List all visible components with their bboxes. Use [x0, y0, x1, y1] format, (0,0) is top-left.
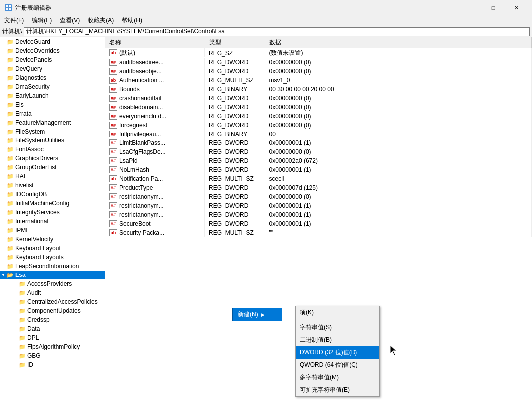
sidebar-item-graphicsdrivers[interactable]: 📁 GraphicsDrivers [0, 154, 105, 163]
new-button[interactable]: 新建(N) ▶ [232, 308, 282, 321]
cell-type: REG_DWORD [205, 67, 265, 76]
table-row[interactable]: ##fullprivilegeau...REG_BINARY00 [105, 130, 532, 138]
sidebar-item-devicepanels[interactable]: 📁 DevicePanels [0, 55, 105, 64]
sidebar-item-lsa[interactable]: ▼ 📂 Lsa [0, 271, 105, 279]
table-row[interactable]: abSecurity Packa...REG_MULTI_SZ"" [105, 228, 532, 237]
cell-type: REG_DWORD [205, 219, 265, 228]
submenu-item-binary[interactable]: 二进制值(B) [296, 334, 379, 346]
sidebar-item-fipsalgorithmpolicy[interactable]: 📁 FipsAlgorithmPolicy [0, 342, 105, 351]
sidebar-item-featuremanagement[interactable]: 📁 FeatureManagement [0, 118, 105, 127]
sidebar-label: GBG [27, 352, 41, 359]
table-row[interactable]: ##LsaCfgFlagsDe...REG_DWORD0x00000000 (0… [105, 147, 532, 156]
sidebar-label: DmaSecurity [15, 83, 50, 90]
table-row[interactable]: abAuthentication ...REG_MULTI_SZmsv1_0 [105, 76, 532, 85]
sidebar-item-fontassoc[interactable]: 📁 FontAssoc [0, 145, 105, 154]
menu-help[interactable]: 帮助(H) [118, 15, 146, 26]
sidebar-item-deviceguard[interactable]: 📁 DeviceGuard [0, 37, 105, 46]
minimize-button[interactable]: ─ [459, 0, 482, 15]
submenu-item-qword[interactable]: QWORD (64 位)值(Q) [296, 359, 379, 371]
cell-name: ##LsaPid [105, 156, 205, 165]
sidebar-item-keyboard-layout[interactable]: 📁 Keyboard Layout [0, 244, 105, 253]
submenu-item-dword[interactable]: DWORD (32 位)值(D) [296, 346, 379, 359]
cell-type: REG_DWORD [205, 192, 265, 201]
table-row[interactable]: ##restrictanonym...REG_DWORD0x00000001 (… [105, 210, 532, 219]
sidebar-item-centralizedaccesspolicies[interactable]: 📁 CentralizedAccessPolicies [0, 297, 105, 306]
table-row[interactable]: ##NoLmHashREG_DWORD0x00000001 (1) [105, 165, 532, 174]
table-row[interactable]: ab(默认)REG_SZ(数值未设置) [105, 48, 532, 58]
submenu-item-key[interactable]: 项(K) [296, 306, 379, 319]
expand-icon[interactable]: ▼ [0, 272, 6, 278]
table-row[interactable]: ##auditbasediree...REG_DWORD0x00000000 (… [105, 58, 532, 67]
menu-view[interactable]: 查看(V) [56, 15, 84, 26]
cell-type: REG_DWORD [205, 103, 265, 112]
sidebar-item-initialmachineconfig[interactable]: 📁 InitialMachineConfig [0, 199, 105, 208]
sidebar-item-accessproviders[interactable]: 📁 AccessProviders [0, 279, 105, 288]
sidebar-item-data[interactable]: 📁 Data [0, 324, 105, 333]
cell-name: ##restrictanonym... [105, 201, 205, 210]
sidebar-item-earlylaunch[interactable]: 📁 EarlyLaunch [0, 91, 105, 100]
sidebar-item-dmasecurity[interactable]: 📁 DmaSecurity [0, 82, 105, 91]
name-text: disabledomain... [119, 104, 163, 111]
table-row[interactable]: ##restrictanonym...REG_DWORD0x00000000 (… [105, 192, 532, 201]
name-text: restrictanonym... [119, 193, 164, 200]
window-controls: ─ □ ✕ [459, 0, 528, 15]
table-row[interactable]: ##forceguestREG_DWORD0x00000000 (0) [105, 121, 532, 130]
folder-icon: 📁 [6, 172, 14, 180]
sidebar-item-hal[interactable]: 📁 HAL [0, 172, 105, 181]
sidebar-item-devquery[interactable]: 📁 DevQuery [0, 64, 105, 73]
sidebar-item-els[interactable]: 📁 Els [0, 100, 105, 109]
sidebar-item-filesystem[interactable]: 📁 FileSystem [0, 127, 105, 136]
sidebar-item-leapsecondinformation[interactable]: 📁 LeapSecondInformation [0, 262, 105, 271]
table-row[interactable]: ##BoundsREG_BINARY00 30 00 00 00 20 00 0… [105, 85, 532, 94]
sidebar-item-diagnostics[interactable]: 📁 Diagnostics [0, 73, 105, 82]
sidebar-item-idconfigdb[interactable]: 📁 IDConfigDB [0, 190, 105, 199]
table-row[interactable]: ##restrictanonym...REG_DWORD0x00000001 (… [105, 201, 532, 210]
table-row[interactable]: ##auditbaseobje...REG_DWORD0x00000000 (0… [105, 67, 532, 76]
sidebar-item-keyboard-layouts[interactable]: 📁 Keyboard Layouts [0, 253, 105, 262]
menu-file[interactable]: 文件(F) [0, 15, 28, 26]
table-row[interactable]: ##SecureBootREG_DWORD0x00000001 (1) [105, 219, 532, 228]
sidebar-item-errata[interactable]: 📁 Errata [0, 109, 105, 118]
folder-icon: 📁 [18, 325, 26, 333]
close-button[interactable]: ✕ [505, 0, 528, 15]
table-row[interactable]: ##LimitBlankPass...REG_DWORD0x00000001 (… [105, 138, 532, 147]
sidebar-item-credssp[interactable]: 📁 Credssp [0, 315, 105, 324]
expand-icon [0, 173, 6, 179]
sidebar-label: International [15, 218, 48, 225]
table-row[interactable]: ##crashonauditfailREG_DWORD0x00000000 (0… [105, 94, 532, 103]
submenu-item-string[interactable]: 字符串值(S) [296, 321, 379, 334]
maximize-button[interactable]: □ [482, 0, 505, 15]
cell-name: ##SecureBoot [105, 219, 205, 228]
sidebar-item-kernelvelocity[interactable]: 📁 KernelVelocity [0, 235, 105, 244]
address-value[interactable]: 计算机\HKEY_LOCAL_MACHINE\SYSTEM\CurrentCon… [24, 27, 530, 36]
address-bar: 计算机\ 计算机\HKEY_LOCAL_MACHINE\SYSTEM\Curre… [0, 26, 532, 37]
folder-icon: 📁 [18, 298, 26, 306]
submenu-item-multistring[interactable]: 多字符串值(M) [296, 371, 379, 384]
sidebar-item-dpl[interactable]: 📁 DPL [0, 333, 105, 342]
table-row[interactable]: ##ProductTypeREG_DWORD0x0000007d (125) [105, 183, 532, 192]
sidebar-item-audit[interactable]: 📁 Audit [0, 288, 105, 297]
name-text: LsaPid [119, 157, 138, 164]
cell-type: REG_DWORD [205, 112, 265, 121]
name-text: SecureBoot [119, 220, 151, 227]
sidebar-item-gbg[interactable]: 📁 GBG [0, 351, 105, 360]
menu-favorites[interactable]: 收藏夹(A) [84, 15, 118, 26]
cell-data: 0x0000007d (125) [265, 183, 532, 192]
sidebar-item-hivelist[interactable]: 📁 hivelist [0, 181, 105, 190]
expand-icon [0, 182, 6, 188]
submenu-item-expandstring[interactable]: 可扩充字符串值(E) [296, 384, 379, 396]
table-row[interactable]: ##disabledomain...REG_DWORD0x00000000 (0… [105, 103, 532, 112]
table-row[interactable]: abNotification Pa...REG_MULTI_SZscecli [105, 174, 532, 183]
cell-data: 0x00000001 (1) [265, 138, 532, 147]
table-row[interactable]: ##LsaPidREG_DWORD0x000002a0 (672) [105, 156, 532, 165]
sidebar-item-id[interactable]: 📁 ID [0, 360, 105, 369]
sidebar-item-ipmi[interactable]: 📁 IPMI [0, 226, 105, 235]
sidebar-item-grouporderlist[interactable]: 📁 GroupOrderList [0, 163, 105, 172]
table-row[interactable]: ##everyoneinclu d...REG_DWORD0x00000000 … [105, 112, 532, 121]
menu-edit[interactable]: 编辑(E) [28, 15, 56, 26]
sidebar-item-filesystemutilities[interactable]: 📁 FileSystemUtilities [0, 136, 105, 145]
sidebar-item-international[interactable]: 📁 International [0, 217, 105, 226]
sidebar-item-deviceoverrides[interactable]: 📁 DeviceOverrides [0, 46, 105, 55]
sidebar-item-componentupdates[interactable]: 📁 ComponentUpdates [0, 306, 105, 315]
sidebar-item-integrityservices[interactable]: 📁 IntegrityServices [0, 208, 105, 217]
